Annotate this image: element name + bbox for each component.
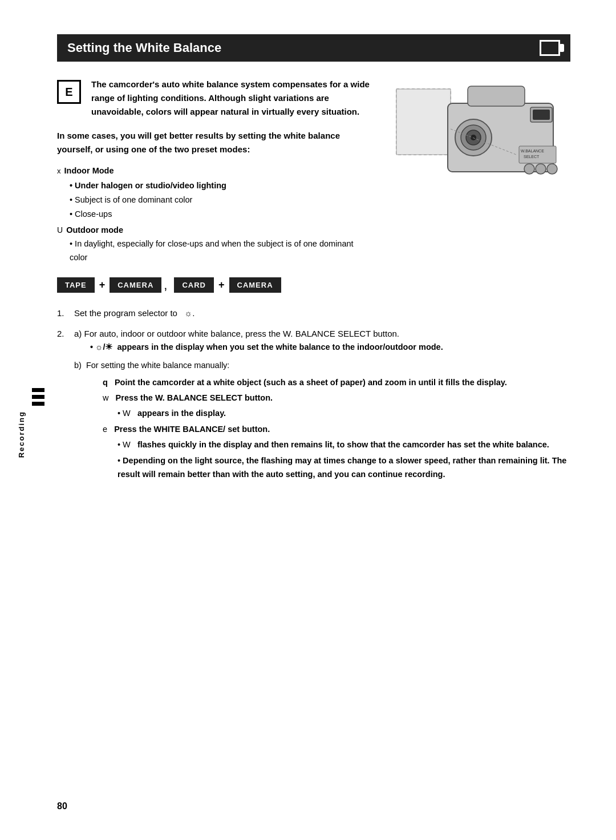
outdoor-mode-label: Outdoor mode [66, 224, 123, 237]
intro-text-2: In some cases, you will get better resul… [57, 129, 371, 156]
step-2: 2. a) For auto, indoor or outdoor white … [57, 327, 570, 483]
camera-badge-1: CAMERA [110, 277, 161, 293]
step-e-sub1: • W flashes quickly in the display and t… [74, 438, 570, 452]
step-2b: b) For setting the white balance manuall… [74, 359, 570, 373]
rec-bar-3 [32, 402, 44, 406]
top-section: E The camcorder's auto white balance sys… [57, 78, 570, 265]
svg-text:SELECT: SELECT [524, 155, 540, 159]
step-1-text: Set the program selector to ☼. [74, 308, 194, 318]
outdoor-bullet-1: In daylight, especially for close-ups an… [57, 237, 371, 265]
camera-badge-2: CAMERA [229, 277, 281, 293]
intro-text-1: The camcorder's auto white balance syste… [91, 78, 371, 119]
rec-bar-1 [32, 388, 44, 392]
step-e-sub2: • Depending on the light source, the fla… [74, 454, 570, 482]
tape-badge: TAPE [57, 277, 95, 293]
plus-2: + [218, 279, 225, 291]
x-bullet: x [57, 165, 61, 177]
step-q: q Point the camcorder at a white object … [74, 376, 570, 390]
steps-section: 1. Set the program selector to ☼. 2. a) … [57, 306, 570, 483]
svg-point-15 [547, 164, 557, 174]
step-e: e Press the WHITE BALANCE/ set button. [74, 423, 570, 437]
indoor-mode-label: Indoor Mode [64, 164, 114, 178]
card-badge: CARD [174, 277, 214, 293]
camera-svg: W.BALANCE SELECT [394, 78, 565, 203]
title-icon [540, 40, 560, 56]
indoor-bullet-3: Close-ups [57, 208, 371, 221]
step-1: 1. Set the program selector to ☼. [57, 306, 570, 320]
recording-bars [32, 388, 44, 406]
rec-bar-2 [32, 395, 44, 399]
svg-rect-7 [468, 86, 525, 106]
svg-marker-1 [396, 89, 451, 155]
mode-bar: TAPE + CAMERA , CARD + CAMERA [57, 277, 570, 293]
e-badge: E [57, 80, 81, 104]
comma: , [164, 278, 167, 293]
step-1-num: 1. [57, 306, 70, 320]
step-2b-text: For setting the white balance manually: [86, 359, 229, 373]
outdoor-mode-item: U Outdoor mode [57, 224, 371, 237]
page-container: Setting the White Balance E The camcorde… [0, 0, 616, 840]
svg-text:W.BALANCE: W.BALANCE [521, 149, 544, 153]
svg-point-6 [471, 135, 476, 140]
camera-image-area: W.BALANCE SELECT [388, 78, 570, 265]
indoor-bullet-2: Subject is of one dominant color [57, 193, 371, 207]
indoor-bullet-1: Under halogen or studio/video lighting [57, 179, 371, 193]
step-2b-label: b) [74, 359, 82, 373]
recording-label: Recording [17, 411, 26, 458]
intro-row: E The camcorder's auto white balance sys… [57, 78, 371, 129]
indoor-section: x Indoor Mode Under halogen or studio/vi… [57, 164, 371, 264]
step-w: w Press the W. BALANCE SELECT button. [74, 391, 570, 405]
step-2a-bullet: ☼/☀ appears in the display when you set … [74, 341, 570, 354]
u-prefix: U [57, 224, 63, 237]
step-2a: a) For auto, indoor or outdoor white bal… [74, 327, 570, 341]
step-2-content: a) For auto, indoor or outdoor white bal… [74, 327, 570, 483]
indoor-mode-item: x Indoor Mode [57, 164, 371, 178]
svg-point-14 [536, 164, 546, 174]
title-bar: Setting the White Balance [57, 34, 570, 62]
page-title: Setting the White Balance [67, 41, 221, 55]
top-left: E The camcorder's auto white balance sys… [57, 78, 371, 265]
outdoor-section: U Outdoor mode In daylight, especially f… [57, 224, 371, 265]
step-w-sub: • W appears in the display. [74, 407, 570, 421]
plus-1: + [99, 279, 106, 291]
svg-point-13 [524, 164, 534, 174]
page-number: 80 [57, 801, 67, 811]
step-2-num: 2. [57, 327, 70, 341]
step-1-content: Set the program selector to ☼. [74, 306, 570, 320]
svg-rect-9 [533, 110, 550, 120]
